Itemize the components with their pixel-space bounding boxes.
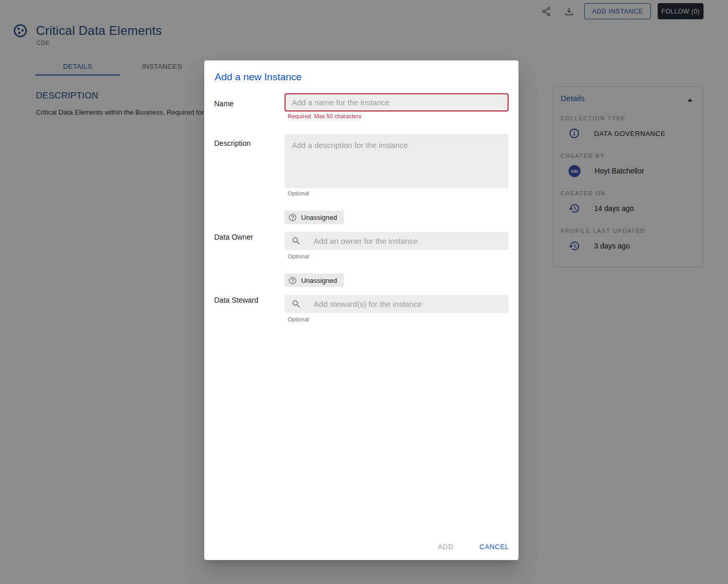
data-owner-field-helper: Optional: [288, 253, 309, 259]
name-field-error: Required. Max 50 characters: [288, 113, 361, 119]
add-button[interactable]: ADD: [432, 538, 460, 555]
question-icon: [288, 213, 297, 222]
dialog-title: Add a new Instance: [215, 71, 302, 83]
unassigned-chip-label: Unassigned: [301, 277, 337, 284]
dialog-actions: ADD CANCEL: [432, 538, 516, 555]
name-field-label: Name: [214, 100, 233, 108]
unassigned-chip-label: Unassigned: [301, 214, 337, 221]
data-owner-field-label: Data Owner: [214, 233, 253, 241]
description-field-label: Description: [214, 139, 251, 147]
data-owner-search-field: [285, 232, 509, 250]
data-steward-field-helper: Optional: [288, 316, 309, 322]
data-owner-input[interactable]: [301, 232, 509, 250]
instance-description-input[interactable]: [285, 134, 509, 188]
data-steward-field-label: Data Steward: [214, 296, 258, 304]
cancel-button[interactable]: CANCEL: [473, 538, 515, 555]
description-field-helper: Optional: [288, 190, 309, 196]
search-icon: [291, 299, 301, 309]
add-instance-dialog: Add a new Instance Name Required. Max 50…: [204, 60, 519, 560]
data-steward-unassigned-chip: Unassigned: [285, 274, 344, 287]
data-owner-unassigned-chip: Unassigned: [285, 210, 344, 224]
question-icon: [288, 276, 297, 285]
instance-name-input[interactable]: [285, 93, 509, 111]
search-icon: [291, 236, 301, 246]
page: Critical Data Elements CDE ADD INSTANCE …: [0, 0, 728, 584]
data-steward-search-field: [285, 295, 509, 313]
data-steward-input[interactable]: [301, 295, 509, 313]
